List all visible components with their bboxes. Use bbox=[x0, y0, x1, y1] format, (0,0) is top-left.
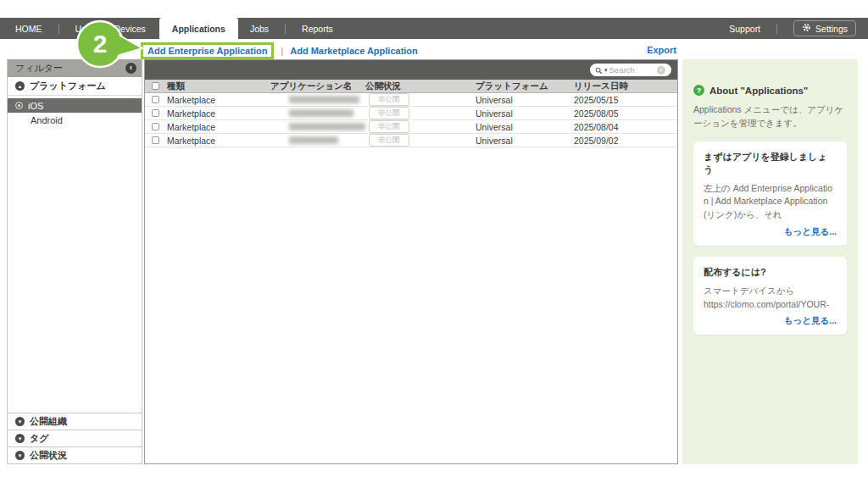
row-checkbox[interactable] bbox=[152, 136, 159, 144]
row-checkbox[interactable] bbox=[152, 96, 159, 103]
help-question-icon: ? bbox=[693, 85, 704, 96]
app-release-date: 2025/08/05 bbox=[574, 108, 677, 119]
filter-section-label: 公開組織 bbox=[30, 415, 67, 428]
table-row[interactable]: Marketplace 非公開 Universal 2025/08/05 bbox=[145, 107, 677, 120]
radio-selected-icon bbox=[15, 102, 23, 109]
add-enterprise-highlight-box: Add Enterprise Application bbox=[141, 42, 274, 59]
clomo-admin-screen: HOME Users/Organizations Devices Applica… bbox=[0, 0, 868, 488]
table-row[interactable]: Marketplace 非公開 Universal 2025/09/02 bbox=[145, 134, 677, 147]
status-badge: 非公開 bbox=[369, 134, 409, 146]
redacted-app-name bbox=[289, 109, 353, 117]
app-platform: Universal bbox=[476, 95, 574, 105]
help-card-register: まずはアプリを登録しましょう 左上の Add Enterprise Applic… bbox=[693, 141, 847, 246]
nav-support[interactable]: Support bbox=[729, 24, 760, 34]
redacted-app-name bbox=[289, 136, 338, 144]
app-type: Marketplace bbox=[167, 95, 270, 105]
redacted-app-name bbox=[289, 123, 365, 130]
filter-item-label: iOS bbox=[28, 101, 43, 111]
help-panel-title: About "Applications" bbox=[709, 86, 808, 96]
callout-step-number: 2 bbox=[93, 30, 108, 58]
help-panel: ? About "Applications" Applications メニュー… bbox=[682, 59, 858, 464]
add-marketplace-application-link[interactable]: Add Marketplace Application bbox=[290, 46, 418, 56]
filter-section-tag[interactable]: ▼ タグ bbox=[8, 430, 142, 446]
filter-section-label: タグ bbox=[30, 432, 49, 445]
app-release-date: 2025/05/15 bbox=[574, 95, 677, 105]
table-header-row: 種類 アプリケーション名 公開状況 プラットフォーム リリース日時 bbox=[145, 80, 677, 93]
filter-section-platform[interactable]: ▲ プラットフォーム bbox=[8, 77, 142, 96]
column-header-release-date[interactable]: リリース日時 bbox=[574, 80, 677, 92]
filter-sidebar: フィルター ‹ ▲ プラットフォーム iOS Android ▼ 公開組織 ▼ … bbox=[7, 59, 142, 464]
see-more-link[interactable]: もっと見る... bbox=[704, 226, 837, 238]
filter-section-publish-status[interactable]: ▼ 公開状況 bbox=[8, 446, 142, 463]
export-link[interactable]: Export bbox=[647, 45, 676, 55]
step-2-callout-badge: 2 bbox=[73, 17, 151, 71]
nav-home[interactable]: HOME bbox=[15, 24, 42, 34]
action-links-bar: Add Enterprise Application | Add Marketp… bbox=[141, 41, 418, 60]
help-card-body: 左上の Add Enterprise Application | Add Mar… bbox=[704, 182, 837, 222]
status-badge: 非公開 bbox=[369, 107, 409, 119]
select-all-checkbox[interactable] bbox=[152, 82, 159, 90]
search-icon bbox=[595, 63, 603, 78]
help-card-title: まずはアプリを登録しましょう bbox=[704, 151, 837, 176]
column-header-type[interactable]: 種類 bbox=[167, 80, 270, 92]
table-row[interactable]: Marketplace 非公開 Universal 2025/08/04 bbox=[145, 120, 677, 134]
expand-down-icon: ▼ bbox=[15, 417, 25, 426]
app-type: Marketplace bbox=[167, 122, 270, 132]
sidebar-spacer bbox=[8, 127, 142, 413]
filter-section-label: 公開状況 bbox=[30, 449, 67, 462]
nav-reports[interactable]: Reports bbox=[302, 24, 333, 34]
settings-label: Settings bbox=[815, 24, 848, 34]
applications-table-panel: ▾ × 種類 アプリケーション名 公開状況 プラットフォーム リリース日時 Ma… bbox=[144, 59, 678, 464]
app-type: Marketplace bbox=[167, 136, 270, 146]
app-platform: Universal bbox=[476, 136, 574, 146]
table-row[interactable]: Marketplace 非公開 Universal 2025/05/15 bbox=[145, 93, 677, 107]
filter-item-label: Android bbox=[31, 115, 63, 125]
column-header-platform[interactable]: プラットフォーム bbox=[476, 80, 574, 92]
help-intro-text: Applications メニューでは、アプリケーションを管理できます。 bbox=[693, 103, 847, 130]
add-enterprise-application-link[interactable]: Add Enterprise Application bbox=[147, 46, 267, 56]
see-more-link[interactable]: もっと見る... bbox=[704, 315, 837, 327]
settings-button[interactable]: Settings bbox=[793, 20, 856, 36]
column-header-app-name[interactable]: アプリケーション名 bbox=[270, 80, 365, 92]
column-header-publish-status[interactable]: 公開状況 bbox=[365, 80, 476, 92]
app-platform: Universal bbox=[476, 108, 574, 119]
row-checkbox[interactable] bbox=[152, 123, 159, 130]
help-card-title: 配布するには? bbox=[704, 266, 837, 279]
status-badge: 非公開 bbox=[369, 93, 409, 105]
table-toolbar: ▾ × bbox=[145, 60, 677, 80]
app-release-date: 2025/08/04 bbox=[574, 122, 677, 132]
redacted-app-name bbox=[289, 96, 359, 103]
filter-item-android[interactable]: Android bbox=[8, 113, 142, 127]
expand-down-icon: ▼ bbox=[15, 434, 25, 443]
row-checkbox[interactable] bbox=[152, 109, 159, 117]
search-input[interactable] bbox=[609, 65, 655, 75]
filter-section-publish-org[interactable]: ▼ 公開組織 bbox=[8, 413, 142, 430]
nav-separator bbox=[58, 24, 59, 34]
filter-item-ios[interactable]: iOS bbox=[8, 98, 142, 113]
help-card-distribute: 配布するには? スマートデバイスから https://clomo.com/por… bbox=[693, 257, 847, 336]
expand-down-icon: ▼ bbox=[15, 451, 25, 460]
nav-separator bbox=[776, 24, 777, 34]
collapse-up-icon: ▲ bbox=[15, 81, 25, 91]
app-release-date: 2025/09/02 bbox=[574, 136, 677, 146]
tab-applications[interactable]: Applications bbox=[159, 18, 238, 39]
app-type: Marketplace bbox=[167, 108, 270, 119]
search-scope-caret-icon[interactable]: ▾ bbox=[604, 67, 608, 73]
status-badge: 非公開 bbox=[369, 120, 409, 132]
help-card-body: スマートデバイスから bbox=[704, 285, 837, 298]
link-separator: | bbox=[281, 46, 283, 56]
app-platform: Universal bbox=[476, 122, 574, 132]
search-box[interactable]: ▾ × bbox=[590, 64, 671, 76]
gear-icon bbox=[802, 23, 811, 34]
nav-right-group: Support Settings bbox=[729, 20, 868, 36]
nav-separator bbox=[285, 24, 286, 34]
nav-jobs[interactable]: Jobs bbox=[250, 24, 269, 34]
help-card-url: https://clomo.com/portal/YOUR- bbox=[704, 298, 837, 312]
search-clear-icon[interactable]: × bbox=[657, 66, 665, 75]
filter-section-label: プラットフォーム bbox=[30, 80, 106, 92]
